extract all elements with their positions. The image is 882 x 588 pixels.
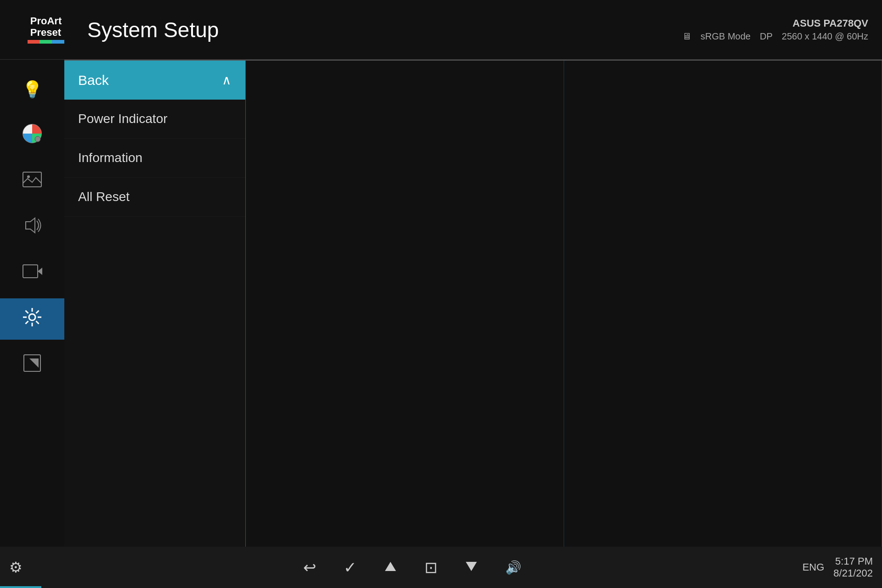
- sidebar-item-color[interactable]: [0, 115, 64, 156]
- taskbar-left: ⚙: [9, 559, 23, 576]
- menu-item-information[interactable]: Information: [64, 139, 245, 178]
- power-indicator-label: Power Indicator: [78, 112, 168, 126]
- sidebar-item-system[interactable]: [0, 298, 64, 340]
- sidebar-item-image[interactable]: [0, 161, 64, 202]
- taskbar-language: ENG: [803, 561, 825, 573]
- taskbar: ⚙ ↩ ✓ ⊡ 🔊 ENG 5:17 PM 8/21/202: [0, 547, 882, 588]
- logo-area: ProArt Preset: [14, 16, 78, 43]
- logo-line2: Preset: [30, 27, 62, 38]
- taskbar-up-btn[interactable]: [384, 561, 397, 574]
- brightness-icon: 💡: [22, 80, 43, 99]
- back-button[interactable]: Back ∧: [64, 61, 245, 100]
- taskbar-center: ↩ ✓ ⊡ 🔊: [23, 558, 803, 577]
- header-status: 🖥 sRGB Mode DP 2560 x 1440 @ 60Hz: [682, 31, 868, 42]
- logo-text: ProArt Preset: [30, 16, 62, 38]
- svg-marker-4: [26, 218, 35, 233]
- svg-rect-2: [23, 172, 41, 187]
- sidebar: 💡: [0, 60, 64, 547]
- input-icon: [22, 261, 42, 286]
- status-resolution: 2560 x 1440 @ 60Hz: [782, 31, 868, 42]
- back-arrow-icon: ∧: [222, 73, 232, 88]
- svg-marker-10: [385, 562, 396, 571]
- content-col-1: [246, 61, 564, 547]
- taskbar-gear-icon[interactable]: ⚙: [9, 559, 23, 576]
- header-right: ASUS PA278QV 🖥 sRGB Mode DP 2560 x 1440 …: [682, 17, 868, 42]
- taskbar-underline: [0, 586, 41, 588]
- back-label: Back: [78, 73, 109, 88]
- svg-point-3: [27, 175, 30, 178]
- sidebar-item-brightness[interactable]: 💡: [0, 69, 64, 110]
- status-connection: DP: [760, 31, 773, 42]
- header: ProArt Preset System Setup ASUS PA278QV …: [0, 0, 882, 60]
- status-mode: sRGB Mode: [701, 31, 751, 42]
- taskbar-down-btn[interactable]: [465, 561, 478, 574]
- taskbar-date-value: 8/21/202: [833, 567, 873, 579]
- taskbar-back-btn[interactable]: ↩: [303, 558, 316, 577]
- sidebar-item-sound[interactable]: [0, 207, 64, 248]
- taskbar-right: ENG 5:17 PM 8/21/202: [803, 555, 873, 579]
- color-icon: [22, 123, 42, 148]
- all-reset-label: All Reset: [78, 190, 130, 204]
- svg-marker-6: [38, 268, 42, 275]
- page-title: System Setup: [87, 17, 682, 42]
- sound-icon: [22, 215, 42, 240]
- taskbar-confirm-btn[interactable]: ✓: [344, 558, 356, 577]
- main-content: Back ∧ Power Indicator Information All R…: [64, 61, 882, 547]
- system-icon: [22, 307, 42, 331]
- monitor-icon: 🖥: [682, 31, 691, 42]
- logo-line1: ProArt: [30, 16, 62, 27]
- taskbar-time: 5:17 PM 8/21/202: [833, 555, 873, 579]
- sidebar-item-shortcut[interactable]: [0, 344, 64, 386]
- menu-item-all-reset[interactable]: All Reset: [64, 178, 245, 217]
- logo-bar: [28, 40, 64, 44]
- content-area: [246, 61, 882, 547]
- device-name: ASUS PA278QV: [792, 17, 868, 29]
- taskbar-monitor-btn[interactable]: ⊡: [424, 558, 437, 577]
- content-col-2: [564, 61, 882, 547]
- svg-point-1: [35, 136, 40, 142]
- taskbar-time-value: 5:17 PM: [833, 555, 873, 567]
- information-label: Information: [78, 151, 142, 165]
- shortcut-icon: [22, 353, 42, 377]
- svg-rect-5: [23, 265, 38, 278]
- svg-marker-11: [466, 562, 477, 571]
- taskbar-volume-icon[interactable]: 🔊: [505, 560, 521, 575]
- svg-marker-9: [29, 358, 39, 368]
- image-icon: [22, 171, 42, 192]
- menu-item-power-indicator[interactable]: Power Indicator: [64, 100, 245, 139]
- svg-point-7: [29, 314, 35, 320]
- sidebar-item-input[interactable]: [0, 252, 64, 294]
- menu-panel: Back ∧ Power Indicator Information All R…: [64, 61, 246, 547]
